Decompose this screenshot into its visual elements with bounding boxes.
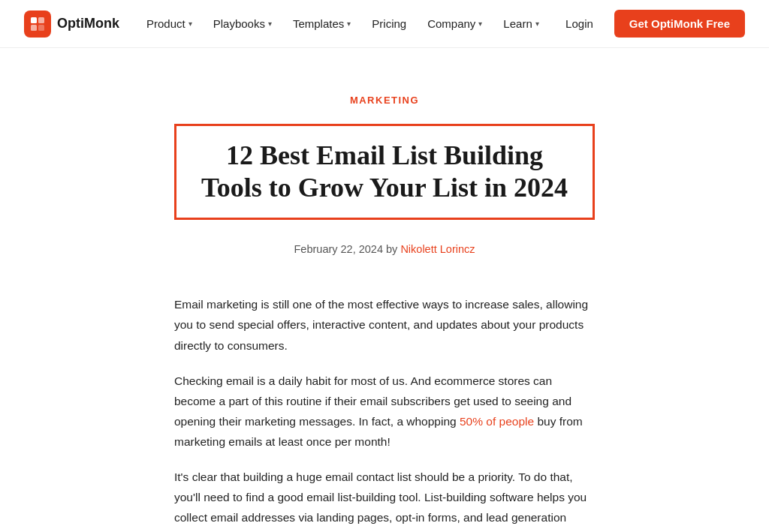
svg-rect-3 bbox=[38, 25, 44, 31]
author-link[interactable]: Nikolett Lorincz bbox=[400, 243, 475, 255]
nav-menu: Product ▾ Playbooks ▾ Templates ▾ Pricin… bbox=[137, 9, 556, 39]
cta-button[interactable]: Get OptiMonk Free bbox=[614, 10, 745, 38]
svg-rect-0 bbox=[31, 17, 37, 23]
chevron-down-icon: ▾ bbox=[478, 18, 482, 30]
brand-logo[interactable]: OptiMonk bbox=[24, 11, 119, 38]
nav-item-pricing[interactable]: Pricing bbox=[363, 9, 415, 39]
article-title: 12 Best Email List Building Tools to Gro… bbox=[195, 140, 574, 204]
chevron-down-icon: ▾ bbox=[347, 18, 351, 30]
paragraph-2: Checking email is a daily habit for most… bbox=[174, 371, 595, 452]
paragraph-1: Email marketing is still one of the most… bbox=[174, 294, 595, 355]
navbar: OptiMonk Product ▾ Playbooks ▾ Templates… bbox=[0, 0, 769, 48]
nav-item-learn[interactable]: Learn ▾ bbox=[494, 9, 547, 39]
main-content: MARKETING 12 Best Email List Building To… bbox=[159, 48, 610, 532]
article-title-box: 12 Best Email List Building Tools to Gro… bbox=[174, 124, 595, 220]
nav-item-playbooks[interactable]: Playbooks ▾ bbox=[204, 9, 281, 39]
article-meta: February 22, 2024 by Nikolett Lorincz bbox=[174, 241, 595, 258]
logo-icon bbox=[24, 11, 51, 38]
navbar-actions: Login Get OptiMonk Free bbox=[556, 9, 745, 39]
login-button[interactable]: Login bbox=[556, 9, 602, 39]
svg-rect-1 bbox=[38, 17, 44, 23]
chevron-down-icon: ▾ bbox=[535, 18, 539, 30]
article-category: MARKETING bbox=[174, 93, 595, 109]
svg-rect-2 bbox=[31, 25, 37, 31]
chevron-down-icon: ▾ bbox=[268, 18, 272, 30]
nav-item-company[interactable]: Company ▾ bbox=[418, 9, 491, 39]
article-date-by: February 22, 2024 by bbox=[294, 243, 398, 255]
inline-link-50percent[interactable]: 50% of people bbox=[460, 415, 534, 428]
nav-item-product[interactable]: Product ▾ bbox=[137, 9, 201, 39]
nav-item-templates[interactable]: Templates ▾ bbox=[284, 9, 360, 39]
paragraph-3: It's clear that building a huge email co… bbox=[174, 467, 595, 532]
article-body: Email marketing is still one of the most… bbox=[174, 294, 595, 532]
chevron-down-icon: ▾ bbox=[188, 18, 192, 30]
brand-name: OptiMonk bbox=[57, 13, 119, 35]
